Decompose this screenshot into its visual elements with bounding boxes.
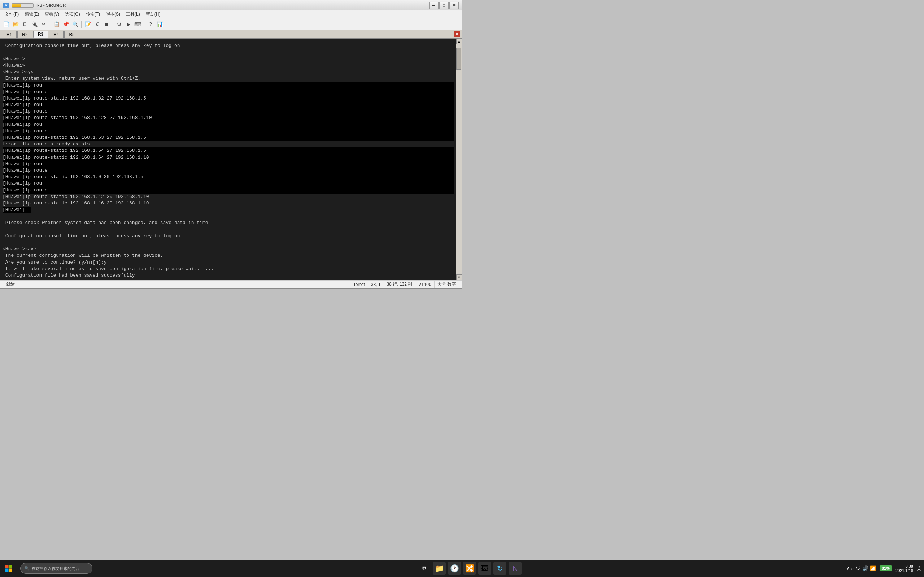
app-icon: R — [3, 3, 9, 8]
scroll-thumb[interactable] — [456, 48, 461, 69]
toolbar-copy[interactable]: 📋 — [52, 20, 61, 29]
maximize-button[interactable]: □ — [439, 2, 449, 9]
scroll-track[interactable] — [456, 44, 462, 274]
tabs-bar: R1 R2 R3 R4 R5 ✕ — [0, 30, 462, 39]
title-bar: R R3 - SecureCRT ─ □ ✕ — [0, 0, 462, 10]
status-bar: 就绪 Telnet 38, 1 38 行, 132 列 VT100 大号 数字 — [0, 280, 462, 288]
menu-help[interactable]: 帮助(H) — [143, 10, 163, 18]
toolbar-help[interactable]: ? — [146, 20, 155, 29]
terminal[interactable]: Please check whether system data has bee… — [0, 39, 456, 280]
toolbar-disconnect[interactable]: ✂ — [39, 20, 48, 29]
status-size: 大号 数字 — [435, 280, 459, 288]
terminal-wrapper: Please check whether system data has bee… — [0, 39, 462, 280]
menu-transfer[interactable]: 传输(T) — [83, 10, 103, 18]
menu-tools[interactable]: 工具(L) — [123, 10, 143, 18]
scrollbar[interactable]: ▲ ▼ — [456, 39, 462, 280]
status-position: 38, 1 — [368, 280, 384, 288]
tab-r5[interactable]: R5 — [64, 31, 79, 38]
tab-r3[interactable]: R3 — [33, 31, 48, 38]
tab-r2[interactable]: R2 — [17, 31, 32, 38]
minimize-button[interactable]: ─ — [429, 2, 439, 9]
toolbar-macro[interactable]: ▶ — [124, 20, 133, 29]
status-ready: 就绪 — [3, 280, 18, 288]
scroll-down-btn[interactable]: ▼ — [456, 274, 462, 280]
title-bar-left: R R3 - SecureCRT — [3, 3, 68, 8]
status-dimensions: 38 行, 132 列 — [384, 280, 416, 288]
progress-fill — [12, 3, 21, 7]
securecrt-window: R R3 - SecureCRT ─ □ ✕ 文件(F) 编辑(E) 查看(V)… — [0, 0, 462, 288]
toolbar-search[interactable]: 🔍 — [71, 20, 79, 29]
scroll-up-btn[interactable]: ▲ — [456, 39, 462, 44]
toolbar-log[interactable]: 📝 — [83, 20, 92, 29]
close-button[interactable]: ✕ — [449, 2, 459, 9]
menu-view[interactable]: 查看(V) — [42, 10, 62, 18]
menu-edit[interactable]: 编辑(E) — [22, 10, 42, 18]
toolbar-connect[interactable]: 🔌 — [30, 20, 39, 29]
status-protocol: Telnet — [351, 280, 368, 288]
toolbar-print[interactable]: 🖨 — [93, 20, 102, 29]
toolbar-record[interactable]: ⏺ — [102, 20, 111, 29]
menu-script[interactable]: 脚本(S) — [103, 10, 123, 18]
toolbar-settings[interactable]: ⚙ — [115, 20, 123, 29]
toolbar-paste[interactable]: 📌 — [61, 20, 70, 29]
toolbar-sep-1 — [50, 21, 50, 28]
window-title: R3 - SecureCRT — [36, 3, 68, 8]
toolbar-keymap[interactable]: ⌨ — [134, 20, 142, 29]
title-controls: ─ □ ✕ — [429, 2, 459, 9]
tab-close-all[interactable]: ✕ — [454, 31, 460, 37]
tab-r1[interactable]: R1 — [2, 31, 16, 38]
menu-bar: 文件(F) 编辑(E) 查看(V) 选项(O) 传输(T) 脚本(S) 工具(L… — [0, 10, 462, 18]
tab-r4[interactable]: R4 — [49, 31, 63, 38]
toolbar-new[interactable]: 📄 — [2, 20, 10, 29]
progress-bar — [12, 3, 34, 8]
toolbar-open[interactable]: 📂 — [11, 20, 20, 29]
toolbar-sep-3 — [113, 21, 113, 28]
toolbar-sep-4 — [144, 21, 144, 28]
menu-options[interactable]: 选项(O) — [62, 10, 82, 18]
toolbar-monitor[interactable]: 🖥 — [21, 20, 29, 29]
toolbar: 📄 📂 🖥 🔌 ✂ 📋 📌 🔍 📝 🖨 ⏺ ⚙ ▶ ⌨ ? 📊 — [0, 18, 462, 30]
toolbar-sep-2 — [81, 21, 82, 28]
menu-file[interactable]: 文件(F) — [2, 10, 22, 18]
status-encoding: VT100 — [415, 280, 434, 288]
toolbar-extra[interactable]: 📊 — [155, 20, 164, 29]
